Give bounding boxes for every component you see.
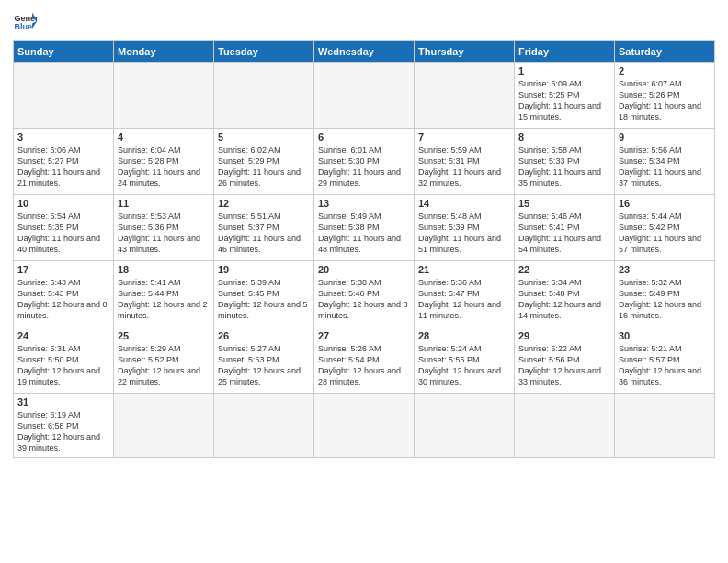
day-number: 24 xyxy=(17,330,109,341)
calendar-cell: 20Sunrise: 5:38 AM Sunset: 5:46 PM Dayli… xyxy=(314,261,415,327)
day-number: 4 xyxy=(118,132,210,143)
calendar-cell: 1Sunrise: 6:09 AM Sunset: 5:25 PM Daylig… xyxy=(515,63,615,129)
generalblue-icon: General Blue xyxy=(13,9,39,35)
day-info: Sunrise: 6:06 AM Sunset: 5:27 PM Dayligh… xyxy=(17,144,109,190)
day-info: Sunrise: 5:27 AM Sunset: 5:53 PM Dayligh… xyxy=(218,343,310,388)
calendar-week-row: 3Sunrise: 6:06 AM Sunset: 5:27 PM Daylig… xyxy=(14,129,715,195)
calendar-cell: 31Sunrise: 6:19 AM Sunset: 6:58 PM Dayli… xyxy=(14,394,114,458)
day-number: 15 xyxy=(518,198,610,209)
day-number: 31 xyxy=(17,396,109,408)
calendar-cell: 2Sunrise: 6:07 AM Sunset: 5:26 PM Daylig… xyxy=(615,63,715,129)
calendar-week-row: 1Sunrise: 6:09 AM Sunset: 5:25 PM Daylig… xyxy=(14,63,715,129)
day-number: 2 xyxy=(619,65,711,76)
day-number: 18 xyxy=(118,264,210,275)
day-number: 1 xyxy=(518,65,610,76)
day-number: 19 xyxy=(218,264,310,275)
calendar-cell: 5Sunrise: 6:02 AM Sunset: 5:29 PM Daylig… xyxy=(214,129,314,195)
calendar-cell: 3Sunrise: 6:06 AM Sunset: 5:27 PM Daylig… xyxy=(14,129,114,195)
day-info: Sunrise: 5:44 AM Sunset: 5:42 PM Dayligh… xyxy=(619,211,711,256)
calendar-cell xyxy=(114,394,214,458)
header: General Blue xyxy=(13,9,715,35)
calendar-cell: 8Sunrise: 5:58 AM Sunset: 5:33 PM Daylig… xyxy=(515,129,615,195)
day-info: Sunrise: 5:56 AM Sunset: 5:34 PM Dayligh… xyxy=(619,144,711,190)
calendar-cell: 24Sunrise: 5:31 AM Sunset: 5:50 PM Dayli… xyxy=(14,327,114,394)
calendar-cell: 17Sunrise: 5:43 AM Sunset: 5:43 PM Dayli… xyxy=(14,261,114,327)
calendar-week-row: 17Sunrise: 5:43 AM Sunset: 5:43 PM Dayli… xyxy=(14,261,715,327)
calendar-cell: 14Sunrise: 5:48 AM Sunset: 5:39 PM Dayli… xyxy=(415,195,515,261)
logo: General Blue xyxy=(13,9,39,35)
calendar-cell: 4Sunrise: 6:04 AM Sunset: 5:28 PM Daylig… xyxy=(114,129,214,195)
day-number: 7 xyxy=(418,132,510,143)
calendar-cell: 23Sunrise: 5:32 AM Sunset: 5:49 PM Dayli… xyxy=(615,261,715,327)
day-number: 21 xyxy=(418,264,510,275)
calendar-cell: 21Sunrise: 5:36 AM Sunset: 5:47 PM Dayli… xyxy=(415,261,515,327)
calendar-cell: 13Sunrise: 5:49 AM Sunset: 5:38 PM Dayli… xyxy=(314,195,415,261)
day-number: 9 xyxy=(619,132,711,143)
day-info: Sunrise: 5:51 AM Sunset: 5:37 PM Dayligh… xyxy=(218,211,310,256)
day-info: Sunrise: 6:04 AM Sunset: 5:28 PM Dayligh… xyxy=(118,144,210,190)
calendar-cell: 27Sunrise: 5:26 AM Sunset: 5:54 PM Dayli… xyxy=(314,327,415,394)
day-number: 3 xyxy=(17,132,109,143)
calendar-cell: 18Sunrise: 5:41 AM Sunset: 5:44 PM Dayli… xyxy=(114,261,214,327)
svg-text:Blue: Blue xyxy=(14,22,32,31)
calendar-cell: 26Sunrise: 5:27 AM Sunset: 5:53 PM Dayli… xyxy=(214,327,314,394)
day-info: Sunrise: 5:49 AM Sunset: 5:38 PM Dayligh… xyxy=(318,211,410,256)
calendar-cell: 25Sunrise: 5:29 AM Sunset: 5:52 PM Dayli… xyxy=(114,327,214,394)
day-number: 11 xyxy=(118,198,210,209)
day-info: Sunrise: 5:46 AM Sunset: 5:41 PM Dayligh… xyxy=(518,211,610,256)
calendar-page: General Blue SundayMondayTuesdayWednesda… xyxy=(0,0,728,563)
calendar-cell xyxy=(515,394,615,458)
calendar-cell: 9Sunrise: 5:56 AM Sunset: 5:34 PM Daylig… xyxy=(615,129,715,195)
day-info: Sunrise: 5:38 AM Sunset: 5:46 PM Dayligh… xyxy=(318,277,410,322)
weekday-header-tuesday: Tuesday xyxy=(214,41,314,63)
calendar-cell xyxy=(314,63,415,129)
day-info: Sunrise: 5:41 AM Sunset: 5:44 PM Dayligh… xyxy=(118,277,210,322)
day-number: 12 xyxy=(218,198,310,209)
day-info: Sunrise: 6:07 AM Sunset: 5:26 PM Dayligh… xyxy=(619,78,711,123)
day-number: 23 xyxy=(619,264,711,275)
day-info: Sunrise: 5:32 AM Sunset: 5:49 PM Dayligh… xyxy=(619,277,711,322)
day-number: 10 xyxy=(17,198,109,209)
day-info: Sunrise: 5:39 AM Sunset: 5:45 PM Dayligh… xyxy=(218,277,310,322)
day-info: Sunrise: 5:24 AM Sunset: 5:55 PM Dayligh… xyxy=(418,343,510,388)
day-info: Sunrise: 6:19 AM Sunset: 6:58 PM Dayligh… xyxy=(17,409,109,454)
day-number: 17 xyxy=(17,264,109,275)
calendar-cell: 15Sunrise: 5:46 AM Sunset: 5:41 PM Dayli… xyxy=(515,195,615,261)
calendar-cell: 16Sunrise: 5:44 AM Sunset: 5:42 PM Dayli… xyxy=(615,195,715,261)
calendar-cell: 7Sunrise: 5:59 AM Sunset: 5:31 PM Daylig… xyxy=(415,129,515,195)
day-number: 22 xyxy=(518,264,610,275)
calendar-cell xyxy=(415,394,515,458)
calendar-cell xyxy=(114,63,214,129)
day-number: 5 xyxy=(218,132,310,143)
day-info: Sunrise: 5:36 AM Sunset: 5:47 PM Dayligh… xyxy=(418,277,510,322)
weekday-header-sunday: Sunday xyxy=(14,41,114,63)
calendar-cell: 28Sunrise: 5:24 AM Sunset: 5:55 PM Dayli… xyxy=(415,327,515,394)
day-info: Sunrise: 5:43 AM Sunset: 5:43 PM Dayligh… xyxy=(17,277,109,322)
day-info: Sunrise: 5:22 AM Sunset: 5:56 PM Dayligh… xyxy=(518,343,610,388)
day-info: Sunrise: 5:29 AM Sunset: 5:52 PM Dayligh… xyxy=(118,343,210,388)
calendar-cell: 29Sunrise: 5:22 AM Sunset: 5:56 PM Dayli… xyxy=(515,327,615,394)
day-info: Sunrise: 5:58 AM Sunset: 5:33 PM Dayligh… xyxy=(518,144,610,190)
calendar-cell: 11Sunrise: 5:53 AM Sunset: 5:36 PM Dayli… xyxy=(114,195,214,261)
weekday-header-wednesday: Wednesday xyxy=(314,41,415,63)
day-number: 30 xyxy=(619,330,711,341)
day-info: Sunrise: 5:21 AM Sunset: 5:57 PM Dayligh… xyxy=(619,343,711,388)
day-info: Sunrise: 6:02 AM Sunset: 5:29 PM Dayligh… xyxy=(218,144,310,190)
calendar-cell: 6Sunrise: 6:01 AM Sunset: 5:30 PM Daylig… xyxy=(314,129,415,195)
calendar-week-row: 24Sunrise: 5:31 AM Sunset: 5:50 PM Dayli… xyxy=(14,327,715,394)
calendar-cell xyxy=(214,394,314,458)
day-info: Sunrise: 5:31 AM Sunset: 5:50 PM Dayligh… xyxy=(17,343,109,388)
day-number: 16 xyxy=(619,198,711,209)
day-number: 27 xyxy=(318,330,410,341)
weekday-header-saturday: Saturday xyxy=(615,41,715,63)
calendar-cell xyxy=(415,63,515,129)
day-info: Sunrise: 5:34 AM Sunset: 5:48 PM Dayligh… xyxy=(518,277,610,322)
day-number: 28 xyxy=(418,330,510,341)
calendar-cell xyxy=(214,63,314,129)
calendar-cell: 22Sunrise: 5:34 AM Sunset: 5:48 PM Dayli… xyxy=(515,261,615,327)
calendar-cell: 12Sunrise: 5:51 AM Sunset: 5:37 PM Dayli… xyxy=(214,195,314,261)
day-number: 26 xyxy=(218,330,310,341)
calendar-week-row: 31Sunrise: 6:19 AM Sunset: 6:58 PM Dayli… xyxy=(14,394,715,458)
day-number: 29 xyxy=(518,330,610,341)
calendar-cell: 19Sunrise: 5:39 AM Sunset: 5:45 PM Dayli… xyxy=(214,261,314,327)
